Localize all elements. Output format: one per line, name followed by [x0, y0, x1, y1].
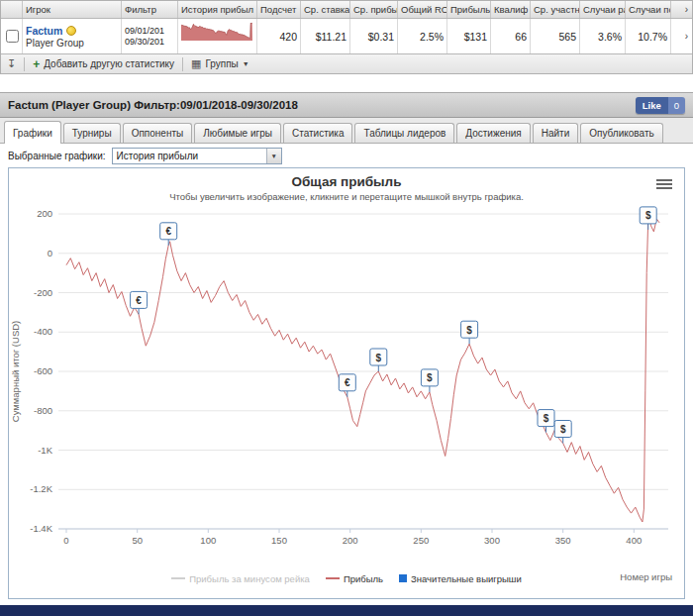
- chart-legend: Прибыль за минусом рейкаПрибыльЗначитель…: [171, 573, 522, 584]
- tab-Найти[interactable]: Найти: [533, 123, 579, 143]
- avg-profit-cell: $0.31: [350, 19, 398, 53]
- legend-label: Значительные выигрыши: [411, 573, 522, 584]
- svg-text:Суммарный итог (USD): Суммарный итог (USD): [10, 321, 21, 422]
- filter-date-from: 09/01/201: [125, 26, 164, 37]
- table-toolbar: ↧ + Добавить другую статистику ▦ Группы …: [0, 54, 693, 74]
- svg-text:-200: -200: [34, 287, 52, 298]
- column-header[interactable]: Фильтр: [122, 1, 178, 18]
- download-icon: ↧: [7, 58, 16, 69]
- player-subtitle: Player Group: [26, 38, 84, 49]
- toolbar-divider: [24, 57, 25, 71]
- column-header[interactable]: Общий ROI: [398, 1, 447, 18]
- svg-text:50: 50: [132, 535, 143, 546]
- column-header[interactable]: Игрок: [23, 1, 122, 18]
- download-button[interactable]: ↧: [7, 58, 16, 69]
- svg-text:$: $: [427, 372, 433, 383]
- svg-text:$: $: [560, 424, 566, 435]
- player-cell: Factum Player Group: [23, 19, 122, 53]
- panel-header: Factum (Player Group) Фильтр:09/01/2018-…: [0, 92, 693, 118]
- tab-Опубликовать[interactable]: Опубликовать: [580, 123, 662, 143]
- cases1-cell: 3.6%: [580, 19, 626, 53]
- player-name-link[interactable]: Factum: [26, 25, 62, 37]
- chart-subtitle: Чтобы увеличить изображение, кликните и …: [9, 189, 684, 202]
- profit-history-cell[interactable]: [178, 19, 257, 53]
- profit-cell: $131: [447, 19, 491, 53]
- qualif-cell: 66: [491, 19, 531, 53]
- chart-controls: Выбранные графики: История прибыли ▼: [0, 144, 693, 167]
- column-header[interactable]: История прибыл: [178, 1, 257, 18]
- svg-text:100: 100: [200, 535, 216, 546]
- profit-sparkline-svg: [181, 22, 252, 41]
- svg-text:$: $: [376, 353, 382, 363]
- legend-row: Прибыль за минусом рейкаПрибыльЗначитель…: [9, 570, 684, 586]
- svg-text:-800: -800: [34, 405, 52, 416]
- svg-text:€: €: [136, 295, 142, 306]
- like-button[interactable]: Like 0: [636, 97, 685, 114]
- table-header-row: ИгрокФильтрИстория прибылПодсчетСр. став…: [1, 1, 692, 19]
- tab-Статистика[interactable]: Статистика: [283, 123, 353, 143]
- legend-item[interactable]: Прибыль: [326, 573, 383, 584]
- avg-entrants-cell: 565: [531, 19, 580, 53]
- column-header[interactable]: Квалиф: [491, 1, 531, 18]
- svg-text:€: €: [345, 377, 350, 388]
- tab-Любимые игры[interactable]: Любимые игры: [194, 123, 281, 143]
- filter-cell: 09/01/201 09/30/201: [122, 19, 178, 53]
- chart-title: Общая прибыль: [9, 168, 684, 189]
- svg-text:300: 300: [484, 535, 500, 546]
- select-all-header: [1, 1, 23, 18]
- legend-label: Прибыль: [344, 573, 383, 584]
- svg-text:0: 0: [63, 535, 68, 546]
- tab-Таблицы лидеров[interactable]: Таблицы лидеров: [354, 123, 454, 143]
- footer-bar: [0, 605, 693, 616]
- svg-text:350: 350: [555, 535, 571, 546]
- chart-select[interactable]: История прибыли ▼: [112, 148, 282, 164]
- legend-item[interactable]: Прибыль за минусом рейка: [171, 573, 310, 584]
- groups-dropdown[interactable]: ▦ Группы ▼: [191, 58, 249, 69]
- groups-label: Группы: [205, 58, 238, 69]
- column-headers: ИгрокФильтрИстория прибылПодсчетСр. став…: [23, 1, 671, 18]
- scroll-right-icon[interactable]: ›: [671, 19, 692, 53]
- tab-Оппоненты[interactable]: Оппоненты: [123, 123, 193, 143]
- svg-text:-600: -600: [34, 365, 52, 376]
- column-header[interactable]: Прибыль: [447, 1, 491, 18]
- tab-Турниры[interactable]: Турниры: [63, 123, 121, 143]
- svg-text:$: $: [645, 210, 651, 221]
- profit-chart-svg[interactable]: 2000-200-400-600-800-1K-1.2K-1.4K0501001…: [9, 202, 684, 566]
- toolbar-divider: [182, 57, 183, 71]
- svg-text:150: 150: [271, 535, 287, 546]
- svg-text:200: 200: [343, 535, 358, 546]
- legend-item[interactable]: Значительные выигрыши: [399, 573, 522, 584]
- avg-stake-cell: $11.21: [301, 19, 350, 53]
- column-header[interactable]: Случаи поз: [626, 1, 671, 18]
- chart-menu-icon[interactable]: [656, 177, 672, 191]
- svg-text:0: 0: [48, 248, 52, 258]
- x-axis-label: Номер игры: [620, 571, 672, 582]
- count-cell: 420: [257, 19, 301, 53]
- svg-text:-1.4K: -1.4K: [30, 523, 52, 534]
- checkbox-cell: [1, 19, 23, 53]
- svg-text:$: $: [466, 325, 472, 336]
- svg-text:€: €: [165, 226, 171, 237]
- like-label: Like: [636, 97, 668, 114]
- chevron-down-icon: ▼: [243, 60, 249, 67]
- svg-text:-400: -400: [34, 326, 52, 337]
- tab-Достижения[interactable]: Достижения: [456, 123, 530, 143]
- filter-date-to: 09/30/201: [125, 37, 164, 48]
- panel-title: Factum (Player Group) Фильтр:09/01/2018-…: [8, 99, 298, 111]
- column-header[interactable]: Случаи ра: [580, 1, 626, 18]
- column-header[interactable]: Ср. прибы: [350, 1, 398, 18]
- chevron-down-icon: ▼: [266, 149, 281, 163]
- row-checkbox[interactable]: [6, 30, 19, 43]
- svg-text:$: $: [544, 413, 549, 424]
- column-header[interactable]: Ср. ставка: [301, 1, 350, 18]
- trophy-icon: [66, 26, 76, 36]
- add-statistic-button[interactable]: + Добавить другую статистику: [33, 58, 174, 70]
- scroll-right-icon[interactable]: ›: [671, 1, 692, 18]
- table-row[interactable]: Factum Player Group 09/01/201 09/30/201 …: [1, 19, 692, 54]
- legend-square-marker: [399, 574, 407, 582]
- cases2-cell: 10.7%: [626, 19, 671, 53]
- column-header[interactable]: Подсчет: [257, 1, 301, 18]
- tab-Графики[interactable]: Графики: [4, 121, 61, 144]
- column-header[interactable]: Ср. участни: [531, 1, 580, 18]
- stats-table: ИгрокФильтрИстория прибылПодсчетСр. став…: [0, 0, 693, 54]
